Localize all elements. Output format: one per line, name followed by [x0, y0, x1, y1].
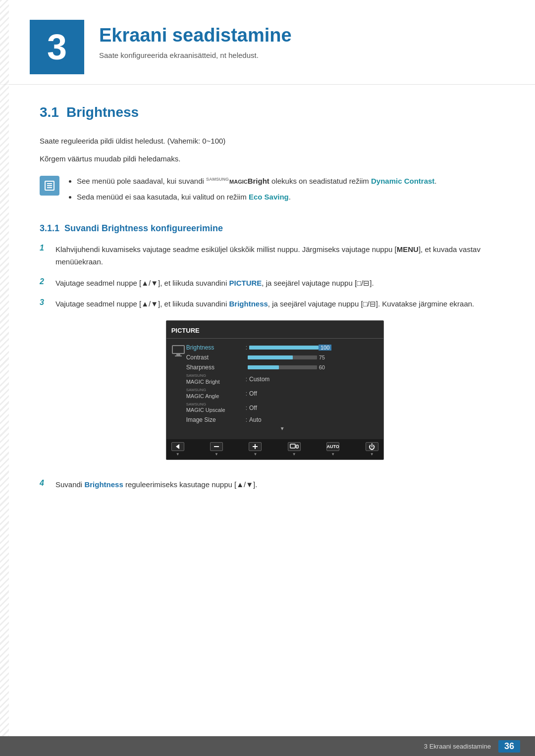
- note2-end: .: [289, 193, 291, 201]
- ctrl-enter-group: ▼: [288, 442, 301, 456]
- ctrl-btn-enter: [288, 442, 301, 451]
- section-desc-2: Kõrgem väärtus muudab pildi heledamaks.: [40, 153, 495, 165]
- osd-label-magic-bright: SAMSUNG MAGIC Bright: [186, 374, 246, 385]
- step-1: 1 Klahvijuhendi kuvamiseks vajutage sead…: [40, 244, 495, 268]
- step-3-num: 3: [40, 298, 50, 307]
- note-item-1: See menüü pole saadaval, kui suvandi SAM…: [77, 175, 437, 188]
- brightness-bar: [249, 346, 319, 350]
- ctrl-btn-left: [171, 442, 184, 451]
- osd-item-brightness: Brightness : 100: [186, 343, 378, 353]
- plus-icon: [252, 443, 259, 450]
- step-1-num: 1: [40, 244, 50, 252]
- minus-icon: [214, 446, 219, 447]
- chapter-header: 3 Ekraani seadistamine Saate konfigureer…: [0, 0, 535, 85]
- osd-item-sharpness: Sharpness 60: [186, 362, 378, 372]
- note1-link1: Dynamic Contrast: [371, 177, 434, 185]
- osd-label-magic-upscale: SAMSUNG MAGIC Upscale: [186, 403, 246, 414]
- ctrl-minus-group: ▼: [210, 442, 223, 456]
- monitor-icon-container: [171, 343, 186, 432]
- osd-item-image-size: Image Size : Auto: [186, 415, 378, 425]
- osd-controls: ▼ ▼: [166, 439, 383, 459]
- section-3-1-title: 3.1 Brightness: [40, 104, 495, 120]
- footer-page-number: 36: [498, 740, 520, 753]
- contrast-bar: [248, 355, 317, 359]
- note2-link: Eco Saving: [249, 193, 289, 201]
- note1-end: .: [434, 177, 436, 185]
- osd-label-magic-angle: SAMSUNG MAGIC Angle: [186, 388, 246, 400]
- step1-menu-bold: MENU: [397, 245, 419, 253]
- step-2: 2 Vajutage seadmel nuppe [▲/▼], et liiku…: [40, 277, 495, 290]
- ctrl-btn-plus: [249, 442, 262, 451]
- note-list: See menüü pole saadaval, kui suvandi SAM…: [67, 175, 437, 206]
- osd-more-indicator: ▼: [186, 425, 378, 432]
- chapter-subtitle: Saate konfigureerida ekraanisätteid, nt …: [99, 51, 292, 59]
- osd-val-image-size: Auto: [249, 416, 262, 423]
- svg-rect-1: [176, 354, 180, 355]
- svg-rect-2: [175, 355, 182, 356]
- osd-val-magic-angle: Off: [249, 390, 257, 397]
- page-footer: 3 Ekraani seadistamine 36: [0, 736, 535, 756]
- auto-label: AUTO: [327, 444, 339, 449]
- osd-label-brightness: Brightness: [186, 344, 246, 351]
- step-3-text: Vajutage seadmel nuppe [▲/▼], et liikuda…: [55, 300, 474, 308]
- note-item-2: Seda menüüd ei saa kasutada, kui valitud…: [77, 191, 437, 203]
- left-triangle: [176, 444, 179, 449]
- magic-brand-1: MAGIC: [229, 179, 248, 185]
- enter-icon: [290, 444, 299, 450]
- steps-list: 1 Klahvijuhendi kuvamiseks vajutage sead…: [40, 244, 495, 491]
- note-icon-inner: [45, 181, 54, 191]
- sharpness-bar: [248, 365, 317, 369]
- osd-menu: Brightness : 100 Contrast: [166, 339, 383, 436]
- ctrl-btn-minus: [210, 442, 223, 451]
- chapter-number: 3: [30, 20, 84, 74]
- osd-item-magic-upscale: SAMSUNG MAGIC Upscale : Off: [186, 401, 378, 415]
- step2-picture: PICTURE: [229, 279, 262, 287]
- svg-rect-4: [253, 446, 258, 447]
- osd-label-contrast: Contrast: [186, 354, 246, 361]
- page-stripe: [0, 0, 9, 756]
- sharpness-fill: [248, 365, 279, 369]
- step-4: 4 Suvandi Brightness reguleerimiseks kas…: [40, 479, 495, 491]
- note1-middle: olekuks on seadistatud režiim: [269, 177, 371, 185]
- step-3: 3 Vajutage seadmel nuppe [▲/▼], et liiku…: [40, 298, 495, 470]
- note-icon: [40, 176, 59, 196]
- step-4-text: Suvandi Brightness reguleerimiseks kasut…: [55, 479, 257, 491]
- step-2-num: 2: [40, 277, 50, 286]
- ctrl-btn-power: ⏻: [366, 442, 378, 451]
- footer-section-label: 3 Ekraani seadistamine: [424, 743, 491, 750]
- ctrl-btn-auto: AUTO: [326, 442, 339, 451]
- main-content: 3.1 Brightness Saate reguleerida pildi ü…: [0, 104, 535, 491]
- section-desc-1: Saate reguleerida pildi üldist heledust.…: [40, 135, 495, 147]
- power-icon: ⏻: [369, 443, 375, 451]
- sharpness-val: 60: [319, 364, 325, 370]
- brightness-fill: [249, 346, 319, 350]
- step3-brightness: Brightness: [229, 300, 268, 308]
- osd-label-sharpness: Sharpness: [186, 364, 246, 371]
- osd-val-magic-bright: Custom: [249, 376, 269, 383]
- ctrl-plus-group: ▼: [249, 442, 262, 456]
- osd-val-magic-upscale: Off: [249, 404, 257, 411]
- ctrl-power-group: ⏻ ▼: [366, 442, 378, 456]
- step-4-num: 4: [40, 479, 50, 488]
- osd-item-magic-angle: SAMSUNG MAGIC Angle : Off: [186, 387, 378, 401]
- osd-container: PICTURE: [75, 320, 474, 460]
- note-box: See menüü pole saadaval, kui suvandi SAM…: [40, 175, 495, 206]
- step-2-text: Vajutage seadmel nuppe [▲/▼], et liikuda…: [55, 277, 374, 290]
- osd-item-magic-bright: SAMSUNG MAGIC Bright : Custom: [186, 372, 378, 387]
- ctrl-auto-group: AUTO ▼: [326, 442, 339, 456]
- step-3-content: Vajutage seadmel nuppe [▲/▼], et liikuda…: [55, 298, 474, 470]
- osd-item-contrast: Contrast 75: [186, 353, 378, 362]
- note1-bright: Bright: [248, 177, 269, 185]
- chapter-title-block: Ekraani seadistamine Saate konfigureerid…: [99, 20, 292, 59]
- contrast-val: 75: [319, 354, 325, 360]
- ctrl-left: ▼: [171, 442, 184, 456]
- monitor-icon: [171, 345, 185, 356]
- step-1-text: Klahvijuhendi kuvamiseks vajutage seadme…: [55, 244, 495, 268]
- svg-rect-0: [172, 346, 184, 353]
- osd-title-bar: PICTURE: [166, 327, 383, 339]
- osd-items: Brightness : 100 Contrast: [186, 343, 378, 432]
- contrast-fill: [248, 355, 293, 359]
- samsung-brand-1: SAMSUNG: [206, 177, 229, 182]
- chapter-title: Ekraani seadistamine: [99, 25, 292, 46]
- svg-rect-6: [296, 445, 298, 448]
